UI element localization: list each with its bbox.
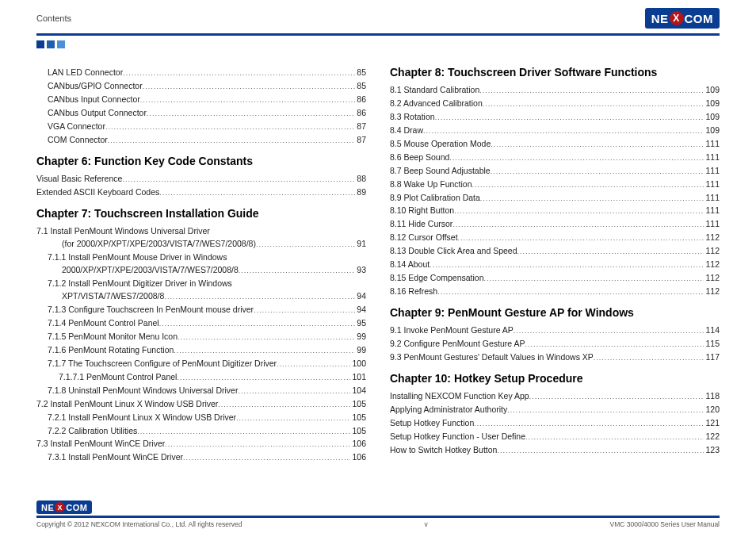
toc-entry[interactable]: Visual Basic Reference88 [36, 172, 366, 186]
toc-leader-dots [123, 66, 355, 79]
toc-entry-label: 8.7 Beep Sound Adjustable [390, 164, 491, 177]
toc-entry-label: 8.13 Double Click Area and Speed [390, 244, 517, 257]
toc-leader-dots [140, 93, 356, 106]
toc-entry-label: CANbus/GPIO Connector [48, 79, 143, 92]
toc-entry[interactable]: COM Connector87 [36, 133, 366, 147]
toc-entry[interactable]: 9.3 PenMount Gestures' Default Values in… [390, 351, 720, 364]
toc-entry[interactable]: 2000/XP/XPT/XPE/2003/VISTA/7/WES7/2008/8… [36, 263, 366, 277]
toc-entry[interactable]: 8.8 Wake Up Function111 [390, 178, 720, 191]
toc-leader-dots [108, 133, 355, 147]
toc-entry-label: 8.11 Hide Cursor [390, 217, 452, 230]
toc-entry[interactable]: 8.14 About112 [390, 258, 720, 271]
toc-entry-label: 7.2.1 Install PenMount Linux X Window US… [48, 411, 236, 424]
toc-leader-dots [165, 437, 350, 451]
toc-entry-page: 112 [704, 244, 720, 257]
toc-leader-dots [472, 178, 704, 191]
chapter-6-title: Chapter 6: Function Key Code Constants [36, 155, 366, 167]
toc-entry-page: 86 [355, 93, 366, 105]
toc-leader-dots [449, 151, 704, 164]
toc-pre-list: LAN LED Connector85CANbus/GPIO Connector… [36, 66, 366, 147]
toc-entry[interactable]: 7.3 Install PenMount WinCE Driver106 [36, 437, 366, 451]
toc-entry-page: 87 [355, 133, 366, 146]
toc-leader-dots [137, 424, 350, 438]
toc-entry-label: CANbus Input Connector [48, 93, 140, 105]
toc-entry-label: 7.3 Install PenMount WinCE Driver [36, 437, 165, 450]
toc-entry[interactable]: 9.2 Configure PenMount Gesture AP115 [390, 337, 720, 351]
toc-entry-page: 121 [704, 416, 720, 429]
toc-entry[interactable]: 8.6 Beep Sound111 [390, 151, 720, 164]
toc-entry-label: Applying Administrator Authority [390, 403, 507, 416]
toc-entry[interactable]: 7.1.4 PenMount Control Panel95 [36, 316, 366, 330]
toc-entry-label: 7.1.8 Uninstall PenMount Windows Univers… [48, 384, 238, 397]
toc-entry[interactable]: LAN LED Connector85 [36, 66, 366, 79]
footer-rule [36, 516, 720, 518]
toc-leader-dots [507, 403, 704, 416]
toc-leader-dots [454, 204, 704, 217]
toc-entry[interactable]: CANbus/GPIO Connector85 [36, 79, 366, 93]
toc-entry-page: 111 [704, 137, 720, 150]
toc-entry[interactable]: Applying Administrator Authority120 [390, 403, 720, 416]
toc-entry[interactable]: Setup Hotkey Function - User Define122 [390, 430, 720, 443]
toc-leader-dots [491, 164, 704, 178]
toc-entry[interactable]: 7.1 Install PenMount Windows Universal D… [36, 224, 366, 237]
toc-entry[interactable]: 7.2.1 Install PenMount Linux X Window US… [36, 411, 366, 424]
toc-entry[interactable]: Installing NEXCOM Function Key App118 [390, 389, 720, 403]
toc-entry-page: 111 [704, 178, 720, 190]
toc-entry[interactable]: 7.2.2 Calibration Utilities105 [36, 424, 366, 438]
toc-entry[interactable]: 7.2 Install PenMount Linux X Window USB … [36, 397, 366, 411]
toc-entry[interactable]: 7.1.7 The Touchscreen Configure of PenMo… [36, 357, 366, 370]
toc-entry-page: 87 [355, 120, 366, 132]
toc-entry[interactable]: 8.2 Advanced Calibration109 [390, 97, 720, 110]
toc-entry[interactable]: 7.1.6 PenMount Rotating Function99 [36, 343, 366, 357]
toc-entry[interactable]: VGA Connector87 [36, 120, 366, 133]
toc-entry[interactable]: 8.4 Draw109 [390, 124, 720, 137]
toc-entry[interactable]: (for 2000/XP/XPT/XPE/2003/VISTA/7/WES7/2… [36, 237, 366, 251]
toc-entry[interactable]: 7.1.2 Install PenMount Digitizer Driver … [36, 277, 366, 290]
toc-entry[interactable]: 8.12 Cursor Offset112 [390, 231, 720, 244]
toc-entry[interactable]: 8.10 Right Button111 [390, 204, 720, 217]
footer-logo-text: NEXCOM [36, 500, 92, 514]
toc-leader-dots [238, 384, 350, 397]
toc-entry[interactable]: 7.1.3 Configure Touchscreen In PenMount … [36, 303, 366, 316]
toc-entry-page: 111 [704, 164, 720, 177]
toc-entry[interactable]: 7.3.1 Install PenMount WinCE Driver106 [36, 451, 366, 464]
toc-leader-dots [497, 443, 704, 457]
toc-entry[interactable]: 8.9 Plot Calibration Data111 [390, 191, 720, 205]
toc-entry[interactable]: 7.1.7.1 PenMount Control Panel101 [36, 370, 366, 384]
toc-entry[interactable]: 8.13 Double Click Area and Speed112 [390, 244, 720, 258]
toc-entry[interactable]: 8.5 Mouse Operation Mode111 [390, 137, 720, 151]
toc-leader-dots [437, 285, 704, 298]
toc-entry[interactable]: CANbus Output Connector86 [36, 106, 366, 120]
toc-ch10-list: Installing NEXCOM Function Key App118App… [390, 389, 720, 457]
toc-leader-dots [218, 397, 350, 411]
toc-entry-label: Installing NEXCOM Function Key App [390, 389, 529, 402]
page-number: v [424, 520, 427, 528]
toc-entry[interactable]: How to Switch Hotkey Button123 [390, 443, 720, 457]
copyright-text: Copyright © 2012 NEXCOM International Co… [36, 520, 242, 528]
toc-entry[interactable]: 8.15 Edge Compensation112 [390, 271, 720, 285]
toc-entry-page: 118 [704, 389, 720, 402]
toc-entry[interactable]: 8.1 Standard Calibration109 [390, 83, 720, 97]
toc-entry[interactable]: 8.7 Beep Sound Adjustable111 [390, 164, 720, 178]
toc-entry-label: Setup Hotkey Function - User Define [390, 430, 525, 443]
toc-entry[interactable]: CANbus Input Connector86 [36, 93, 366, 106]
toc-entry[interactable]: XPT/VISTA/7/WES7/2008/894 [36, 290, 366, 303]
toc-entry[interactable]: Extended ASCII Keyboard Codes89 [36, 186, 366, 199]
toc-entry-page: 104 [350, 384, 366, 397]
chapter-10-title: Chapter 10: Hotkey Setup Procedure [390, 372, 720, 385]
toc-entry[interactable]: 9.1 Invoke PenMount Gesture AP114 [390, 324, 720, 337]
toc-entry-page: 99 [355, 330, 366, 343]
toc-entry[interactable]: 7.1.1 Install PenMount Mouse Driver in W… [36, 251, 366, 263]
toc-leader-dots [430, 258, 704, 271]
toc-leader-dots [277, 357, 350, 370]
toc-leader-dots [480, 191, 704, 205]
toc-entry-label: 7.1.3 Configure Touchscreen In PenMount … [48, 303, 254, 316]
toc-entry[interactable]: 8.11 Hide Cursor111 [390, 217, 720, 231]
toc-entry[interactable]: 8.16 Refresh112 [390, 285, 720, 298]
toc-entry[interactable]: Setup Hotkey Function121 [390, 416, 720, 430]
toc-leader-dots [254, 303, 355, 316]
toc-entry[interactable]: 8.3 Rotation109 [390, 110, 720, 124]
footer-logo-x-icon: X [55, 502, 65, 512]
toc-entry[interactable]: 7.1.5 PenMount Monitor Menu Icon99 [36, 330, 366, 343]
toc-entry[interactable]: 7.1.8 Uninstall PenMount Windows Univers… [36, 384, 366, 397]
